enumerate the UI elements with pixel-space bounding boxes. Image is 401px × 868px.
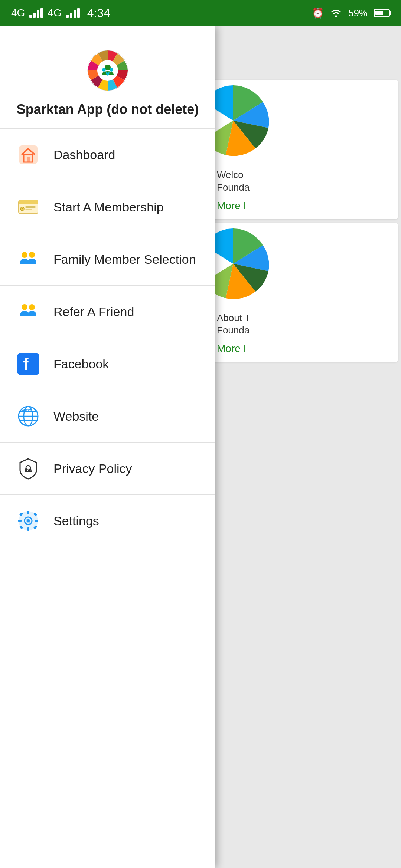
svg-point-6: [102, 68, 106, 72]
time-label: 4:34: [87, 6, 110, 20]
privacy-label: Privacy Policy: [53, 461, 132, 476]
navigation-drawer: Sparktan App (do not delete) Dashboard: [0, 26, 215, 868]
app-name: Sparktan App (do not delete): [17, 102, 199, 117]
refer-icon: [15, 298, 42, 325]
card-2-text: About TFounda: [211, 305, 398, 341]
privacy-icon: [15, 455, 42, 482]
settings-label: Settings: [53, 514, 99, 528]
svg-rect-14: [25, 206, 36, 208]
status-right: ⏰ 59%: [312, 7, 390, 19]
wifi-icon: [330, 8, 342, 18]
cards-area: WelcoFounda More I About TFounda M: [208, 80, 401, 362]
card-2-more[interactable]: More I: [211, 341, 398, 362]
svg-rect-12: [19, 200, 38, 204]
family-icon: [15, 246, 42, 273]
menu-item-settings[interactable]: Settings: [0, 495, 215, 547]
svg-rect-34: [27, 511, 29, 514]
sdg-icon: [85, 48, 130, 93]
signal-bars-2: [66, 8, 80, 18]
membership-icon: [15, 194, 42, 220]
status-bar: 4G 4G 4:34 ⏰ 59%: [0, 0, 401, 26]
card-2: About TFounda More I: [211, 223, 398, 362]
svg-point-18: [22, 304, 27, 310]
refer-label: Refer A Friend: [53, 305, 134, 319]
battery-icon: [374, 9, 390, 17]
svg-point-16: [22, 252, 27, 258]
svg-point-0: [335, 16, 337, 17]
menu-item-family-member[interactable]: Family Member Selection: [0, 233, 215, 286]
facebook-icon: f: [15, 351, 42, 377]
membership-label: Start A Membership: [53, 200, 164, 214]
facebook-label: Facebook: [53, 357, 109, 371]
network2-label: 4G: [48, 7, 61, 19]
battery-percent: 59%: [348, 7, 368, 19]
right-panel: ←: [208, 26, 401, 868]
website-icon: WWW: [15, 403, 42, 430]
svg-rect-36: [18, 520, 22, 522]
menu-item-privacy-policy[interactable]: Privacy Policy: [0, 443, 215, 495]
network1-label: 4G: [11, 7, 25, 19]
svg-text:f: f: [23, 355, 29, 373]
svg-point-19: [29, 304, 35, 310]
settings-icon: [15, 507, 42, 534]
card-1-text: WelcoFounda: [211, 161, 398, 198]
menu-item-website[interactable]: WWW Website: [0, 390, 215, 443]
app-header: Sparktan App (do not delete): [0, 26, 215, 128]
svg-point-28: [26, 466, 30, 470]
menu-item-dashboard[interactable]: Dashboard: [0, 129, 215, 181]
menu-list: Dashboard Start A Membership: [0, 128, 215, 547]
svg-point-43: [27, 519, 30, 522]
card-1: WelcoFounda More I: [211, 80, 398, 219]
svg-rect-15: [25, 209, 32, 210]
pie-chart-1: [211, 80, 398, 161]
svg-rect-10: [27, 157, 30, 162]
website-label: Website: [53, 409, 99, 424]
menu-item-refer-friend[interactable]: Refer A Friend: [0, 286, 215, 338]
svg-point-7: [110, 68, 113, 72]
svg-rect-37: [35, 520, 38, 522]
menu-item-facebook[interactable]: f Facebook: [0, 338, 215, 390]
signal-bars-1: [29, 8, 43, 18]
dashboard-label: Dashboard: [53, 148, 115, 162]
card-1-more[interactable]: More I: [211, 198, 398, 219]
status-left: 4G 4G 4:34: [11, 6, 110, 20]
pie-chart-2: [211, 223, 398, 305]
svg-rect-35: [27, 527, 29, 531]
svg-text:WWW: WWW: [22, 408, 31, 412]
family-label: Family Member Selection: [53, 252, 196, 267]
alarm-icon: ⏰: [312, 7, 324, 19]
dashboard-icon: [15, 141, 42, 168]
menu-item-start-membership[interactable]: Start A Membership: [0, 181, 215, 233]
svg-point-17: [29, 252, 35, 258]
